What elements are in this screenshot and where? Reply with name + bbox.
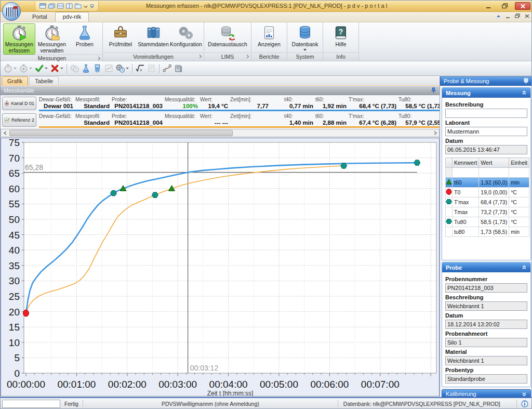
toolbar-button-sqrt[interactable]: x (135, 63, 145, 74)
scroll-left-icon[interactable] (1, 129, 9, 137)
toolbar-button-flask-small[interactable] (81, 63, 91, 74)
probe-group-header[interactable]: Probe (442, 262, 530, 272)
beschreibung-input[interactable] (445, 109, 527, 118)
mdi-close-icon[interactable] (525, 14, 529, 18)
channel-button-referenz-2[interactable]: Referenz 2 (2, 113, 36, 127)
filter-row[interactable] (446, 168, 529, 178)
pin-icon[interactable] (523, 78, 529, 84)
ribbon-button-anzeigen[interactable]: Anzeigen (253, 23, 285, 52)
svg-text:0: 0 (14, 368, 20, 379)
svg-text:00:02:00: 00:02:00 (108, 379, 147, 390)
messung-group-header[interactable]: Messung (442, 88, 530, 98)
ribbon-button-pr-fmittel[interactable]: Prüfmittel (104, 23, 137, 52)
kennwert-table[interactable]: KennwertWertEinheitt601,92 (60,0)minT019… (445, 157, 529, 237)
ribbon-group-footer-berichte: Berichte (252, 52, 286, 60)
toolbar-button-check[interactable] (34, 63, 49, 74)
column-header[interactable] (446, 158, 453, 168)
laborant-input[interactable] (445, 127, 527, 136)
toolbar-button-beaker[interactable] (92, 63, 103, 74)
ribbon-tab-portal[interactable]: Portal (24, 12, 55, 22)
mdi-restore-icon[interactable] (515, 14, 520, 18)
channel-field-messqualit-t: Messqualität: (165, 113, 198, 127)
panel-header[interactable]: Probe & Messung (440, 76, 532, 86)
info-icon[interactable] (517, 400, 532, 407)
ribbon-button-hilfe[interactable]: ?Hilfe (325, 23, 357, 52)
scrollbar-thumb[interactable] (9, 130, 233, 136)
kennwert-row-tu80[interactable]: tu801,73 (58,5)min (446, 227, 529, 237)
probe-field-probentyp (445, 374, 527, 384)
chevron-up-icon[interactable] (522, 90, 527, 95)
ribbon-group-footer-lims[interactable]: LIMS (205, 52, 250, 60)
svg-text:?: ? (339, 28, 343, 36)
channel-field-t-max: T'max:68,4 °C (7,73) (349, 97, 396, 111)
kennwert-row-t60[interactable]: t601,92 (60,0)min (446, 178, 529, 188)
ribbon-group-messungen: Messungen erfassenMessungen verwaltenPro… (2, 22, 103, 61)
window-title: Messungen erfassen - nlk@PCMW\PDVSQLEXPR… (1, 3, 532, 9)
ribbon-button-messungen-erfassen[interactable]: Messungen erfassen (3, 23, 35, 55)
ribbon-button-messungen-verwalten[interactable]: Messungen verwalten (36, 23, 68, 55)
doc-tab-tabelle[interactable]: Tabelle (29, 76, 59, 85)
channel-field-probe: Probe:PN20141218_004 (112, 113, 163, 127)
app-window: Messungen erfassen - nlk@PCMW\PDVSQLEXPR… (0, 0, 532, 409)
datum-label: Datum (445, 138, 527, 144)
ribbon-group-label: LIMS (221, 54, 234, 60)
minimize-button[interactable] (482, 2, 495, 10)
doc-tab-grafik[interactable]: Grafik (2, 76, 28, 85)
column-header[interactable]: Wert (479, 158, 509, 168)
kennwert-row-tu80[interactable]: Tu8058,5 (1,73)°C (446, 217, 529, 227)
restore-button[interactable] (498, 2, 512, 10)
channel-field-t40: t40:1,40 min (284, 113, 313, 127)
kennwert-row-tmax[interactable]: Tmax73,2 (7,73)°C (446, 207, 529, 217)
ribbon-button-proben[interactable]: Proben (69, 23, 101, 52)
probe-field-label-datum: Datum (445, 312, 527, 319)
chevron-down-icon (126, 68, 129, 69)
marker-t-max (414, 160, 420, 165)
toolbar-button-server[interactable] (173, 63, 184, 74)
toolbar-button-cross[interactable] (49, 63, 64, 74)
marker-tu80 (152, 192, 158, 197)
chevron-double-down-icon[interactable] (522, 392, 527, 397)
toolbar-button-chart-doc[interactable] (103, 63, 114, 74)
channel-field-messprofil: Messprofil:Standard (75, 97, 110, 111)
channel-field-dewar-gef: Dewar-Gefäß: (39, 113, 73, 127)
column-header[interactable]: Einheit (509, 158, 529, 168)
table-header-row[interactable]: KennwertWertEinheit (446, 158, 529, 168)
chevron-up-icon[interactable] (522, 265, 527, 270)
temperature-chart[interactable]: 05101520253035404550556065707500:00:0000… (1, 138, 440, 397)
horizontal-scrollbar[interactable] (1, 129, 440, 137)
channel-button-kanal-d-01[interactable]: Kanal D 01 (2, 97, 36, 110)
ribbon-tab-pdv-nlk[interactable]: pdv-nlk (55, 12, 89, 22)
ribbon-group-footer-voreinstellungen[interactable]: Voreinstellungen (103, 52, 203, 60)
ribbon-button-datenaustausch[interactable]: Datenaustausch (206, 23, 249, 52)
mdi-minimize-icon[interactable] (506, 14, 510, 18)
toolbar-button-notes[interactable] (146, 63, 157, 74)
status-text: Fertig (60, 401, 83, 407)
toolbar-button-stopwatch-double[interactable] (69, 63, 80, 74)
close-button[interactable] (515, 2, 530, 10)
ribbon-button-konfiguration[interactable]: Konfiguration (170, 23, 202, 52)
dialog-launcher-icon[interactable] (198, 55, 202, 58)
ribbon-button-datenbank[interactable]: Datenbank (289, 23, 321, 52)
gears-icon (178, 25, 194, 41)
kennwert-row-t0[interactable]: T019,0 (0,00)°C (446, 188, 529, 197)
pin-icon[interactable] (431, 87, 436, 94)
toolbar-button-gears-clock[interactable] (115, 63, 130, 74)
svg-text:x: x (140, 67, 142, 72)
ribbon-button-stammdaten[interactable]: Stammdaten (137, 23, 169, 52)
dialog-launcher-icon[interactable] (245, 55, 249, 58)
toolbar-button-stopwatch-stop[interactable] (18, 63, 33, 74)
stopwatch-stop-icon (19, 64, 28, 73)
dialog-launcher-icon[interactable] (97, 57, 100, 60)
toolbar-button-stopwatch-small[interactable] (3, 63, 18, 74)
scroll-right-icon[interactable] (431, 129, 439, 137)
ribbon-button-label: Prüfmittel (109, 42, 132, 48)
ribbon-group-footer-messungen[interactable]: Messungen (2, 55, 102, 61)
column-header[interactable]: Kennwert (453, 158, 479, 168)
toolbox-icon (113, 25, 128, 41)
toolbar-button-curve-link[interactable] (162, 63, 172, 74)
collapse-ribbon-icon[interactable] (496, 14, 501, 18)
kennwert-row-t-max[interactable]: T'max68,4 (7,73)°C (446, 197, 529, 207)
status-input-box[interactable] (2, 400, 60, 408)
toolbar-separator (132, 64, 132, 73)
marker-none-icon (446, 207, 453, 217)
